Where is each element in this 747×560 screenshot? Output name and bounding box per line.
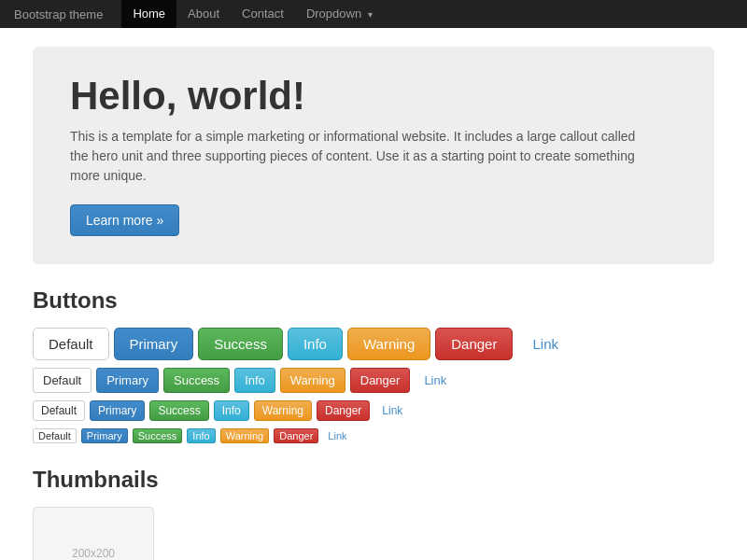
btn-info-lg[interactable]: Info [288,328,343,360]
btn-warning-md[interactable]: Warning [280,368,345,393]
learn-more-button[interactable]: Learn more » [70,204,179,236]
nav-link-about[interactable]: About [176,0,231,28]
btn-warning-sm[interactable]: Warning [254,400,312,421]
btn-info-sm[interactable]: Info [214,400,249,421]
nav-item-contact[interactable]: Contact [231,0,295,29]
btn-default-sm[interactable]: Default [33,400,85,421]
nav-item-about[interactable]: About [176,0,231,29]
button-row-lg: Default Primary Success Info Warning Dan… [33,328,714,360]
btn-primary-sm[interactable]: Primary [90,400,145,421]
btn-link-lg[interactable]: Link [517,329,573,359]
navbar-brand[interactable]: Bootstrap theme [14,7,103,21]
main-container: Hello, world! This is a template for a s… [19,28,728,560]
btn-link-xs[interactable]: Link [323,429,351,442]
btn-danger-xs[interactable]: Danger [274,428,318,443]
btn-primary-xs[interactable]: Primary [81,428,128,443]
btn-warning-xs[interactable]: Warning [220,428,270,443]
hero-description: This is a template for a simple marketin… [70,127,649,186]
btn-info-md[interactable]: Info [234,368,275,393]
buttons-heading: Buttons [33,287,714,314]
button-row-xs: Default Primary Success Info Warning Dan… [33,428,714,443]
button-row-sm: Default Primary Success Info Warning Dan… [33,400,714,421]
btn-default-lg[interactable]: Default [33,328,109,360]
nav-item-dropdown[interactable]: Dropdown ▾ [295,0,384,29]
navbar: Bootstrap theme Home About Contact Dropd… [0,0,747,28]
btn-success-lg[interactable]: Success [198,328,283,360]
chevron-down-icon: ▾ [368,9,373,20]
btn-success-md[interactable]: Success [163,368,230,393]
btn-danger-md[interactable]: Danger [350,368,411,393]
btn-default-xs[interactable]: Default [33,428,77,443]
btn-primary-lg[interactable]: Primary [114,328,194,360]
nav-link-dropdown[interactable]: Dropdown ▾ [295,0,384,29]
btn-primary-md[interactable]: Primary [96,368,159,393]
thumbnail-label: 200x200 [72,547,115,560]
btn-link-md[interactable]: Link [415,369,456,392]
btn-success-xs[interactable]: Success [133,428,183,443]
navbar-nav: Home About Contact Dropdown ▾ [121,0,383,29]
btn-warning-lg[interactable]: Warning [347,328,430,360]
btn-link-sm[interactable]: Link [374,401,410,420]
button-row-md: Default Primary Success Info Warning Dan… [33,368,714,393]
nav-item-home[interactable]: Home [121,0,176,29]
hero-title: Hello, world! [70,75,677,118]
nav-link-contact[interactable]: Contact [231,0,295,28]
btn-success-sm[interactable]: Success [149,400,208,421]
hero-unit: Hello, world! This is a template for a s… [33,47,714,264]
btn-default-md[interactable]: Default [33,368,92,393]
buttons-section: Buttons Default Primary Success Info War… [33,287,714,443]
thumbnails-section: Thumbnails 200x200 [33,467,714,560]
btn-danger-lg[interactable]: Danger [435,328,513,360]
thumbnail-item[interactable]: 200x200 [33,507,154,560]
thumbnails-heading: Thumbnails [33,467,714,493]
btn-danger-sm[interactable]: Danger [317,400,370,421]
btn-info-xs[interactable]: Info [187,428,215,443]
nav-link-home[interactable]: Home [121,0,176,28]
